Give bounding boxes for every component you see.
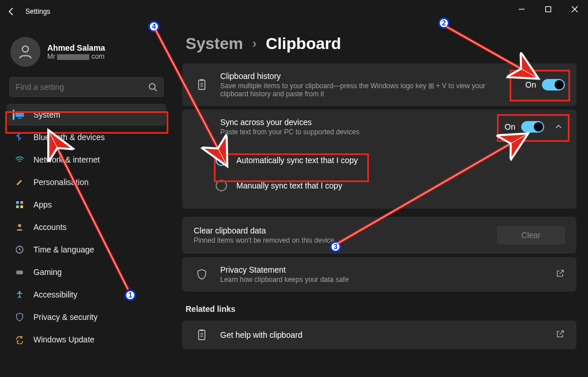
svg-rect-9 [16,205,19,208]
card-title: Clear clipboard data [194,226,334,235]
nav-time[interactable]: Time & language [7,239,166,261]
sidebar: Ahmed Salama Mr com System Bluetooth & d… [0,28,173,377]
back-button[interactable] [0,0,23,23]
shield-icon [194,269,210,280]
clock-icon [14,244,25,255]
card-desc: Pinned items won't be removed on this de… [194,236,334,244]
nav-accessibility[interactable]: Accessibility [7,284,166,306]
card-title: Sync across your devices [220,118,504,127]
svg-point-2 [22,46,29,52]
radio-label: Automatically sync text that I copy [236,156,358,165]
breadcrumb-parent[interactable]: System [186,35,243,53]
search-input[interactable] [16,82,148,92]
nav-label: Time & language [33,245,94,254]
clear-button[interactable]: Clear [497,226,565,244]
search-icon [148,82,157,92]
apps-icon [14,199,25,210]
related-links-header: Related links [186,304,576,314]
user-profile[interactable]: Ahmed Salama Mr com [5,32,168,75]
title-bar: Settings [0,0,588,23]
nav-privacy[interactable]: Privacy & security [7,306,166,328]
clipboard-history-card: Clipboard history Save multiple items to… [182,63,576,106]
clipboard-icon [194,329,210,341]
window-title: Settings [25,7,50,16]
svg-point-3 [149,84,155,89]
shield-icon [14,311,25,323]
privacy-card[interactable]: Privacy Statement Learn how clipboard ke… [182,257,576,292]
svg-rect-8 [20,201,23,204]
clipboard-history-toggle[interactable] [542,79,565,91]
svg-line-4 [154,89,157,91]
nav-label: Personalisation [33,178,89,187]
nav-label: Network & internet [33,155,100,164]
nav-label: Accessibility [33,290,77,299]
radio-icon [216,154,227,166]
nav-label: Bluetooth & devices [33,133,105,142]
wifi-icon [14,154,25,165]
bluetooth-icon [14,131,25,143]
avatar [10,37,40,67]
breadcrumb-current: Clipboard [266,35,341,53]
monitor-icon [14,109,25,120]
clear-card: Clear clipboard data Pinned items won't … [182,217,576,254]
toggle-label: On [504,122,515,131]
svg-rect-1 [546,7,551,12]
user-name: Ahmed Salama [47,43,105,52]
nav-accounts[interactable]: Accounts [7,216,166,238]
card-desc: Save multiple items to your clipboard—pr… [220,82,485,98]
svg-point-14 [18,291,20,293]
radio-label: Manually sync text that I copy [236,181,342,190]
help-card[interactable]: Get help with clipboard [182,321,576,349]
card-title: Get help with clipboard [220,330,548,340]
svg-rect-21 [200,329,203,331]
nav-gaming[interactable]: Gaming [7,261,166,283]
update-icon [14,334,25,345]
person-icon [14,221,25,233]
card-title: Privacy Statement [220,265,548,274]
window-controls [508,0,588,18]
nav-system[interactable]: System [7,104,166,126]
search-box[interactable] [9,77,164,97]
sync-card: Sync across your devices Paste text from… [182,110,576,209]
external-link-icon [556,269,565,280]
nav-personalisation[interactable]: Personalisation [7,171,166,193]
radio-auto-sync[interactable]: Automatically sync text that I copy [216,148,565,173]
radio-manual-sync[interactable]: Manually sync text that I copy [216,173,565,198]
card-title: Clipboard history [220,71,525,81]
close-button[interactable] [561,0,588,18]
brush-icon [14,176,25,188]
nav-network[interactable]: Network & internet [7,149,166,171]
radio-icon [216,180,227,191]
accessibility-icon [14,289,25,300]
chevron-right-icon: › [252,36,257,51]
svg-rect-13 [16,270,23,274]
card-desc: Paste text from your PC to supported dev… [220,128,485,136]
nav-label: Windows Update [33,335,95,344]
nav-label: Accounts [33,223,67,232]
game-icon [14,266,25,278]
svg-rect-7 [16,201,19,204]
clipboard-icon [194,78,210,91]
svg-rect-10 [20,205,23,208]
nav-label: Gaming [33,267,62,277]
minimize-button[interactable] [508,0,535,18]
user-email: Mr com [47,52,105,61]
svg-rect-5 [16,111,24,117]
svg-point-11 [18,224,21,227]
external-link-icon [556,329,565,341]
nav-label: Apps [33,200,52,209]
nav-bluetooth[interactable]: Bluetooth & devices [7,126,166,148]
card-desc: Learn how clipboard keeps your data safe [220,276,485,284]
nav-update[interactable]: Windows Update [7,329,166,350]
toggle-label: On [525,80,536,89]
svg-rect-6 [18,118,21,119]
nav-apps[interactable]: Apps [7,194,166,216]
nav-label: System [33,110,61,119]
maximize-button[interactable] [535,0,561,18]
sync-toggle[interactable] [521,121,544,133]
chevron-up-icon[interactable] [552,123,565,131]
svg-rect-16 [200,79,203,81]
breadcrumb: System › Clipboard [186,35,576,53]
main-content: System › Clipboard Clipboard history Sav… [182,28,579,377]
nav-label: Privacy & security [33,312,97,322]
